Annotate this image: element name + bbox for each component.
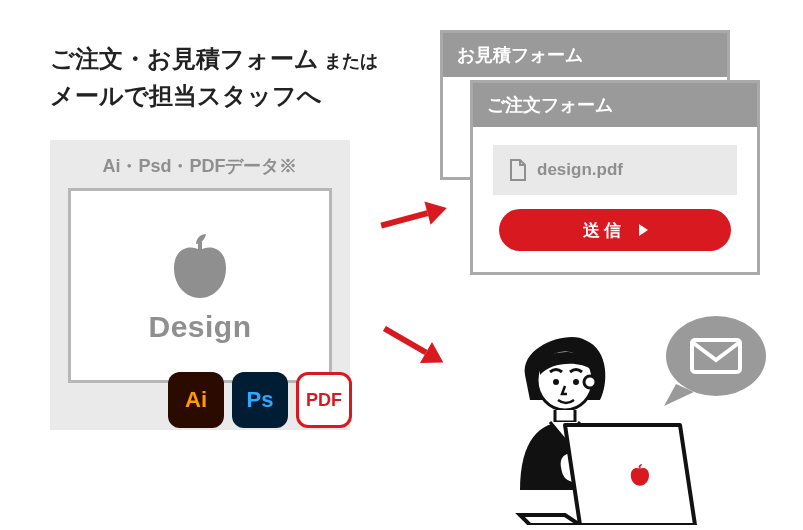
person-at-laptop-illustration	[470, 330, 700, 525]
ai-badge: Ai	[168, 372, 224, 428]
order-form-title: ご注文フォーム	[473, 83, 757, 127]
headline-line2: メールで担当スタッフへ	[50, 77, 378, 114]
ps-badge: Ps	[232, 372, 288, 428]
svg-line-3	[384, 329, 426, 353]
apple-icon	[166, 228, 234, 300]
design-panel-title: Ai・Psd・PDFデータ※	[68, 154, 332, 178]
headline: ご注文・お見積フォーム または メールで担当スタッフへ	[50, 40, 378, 114]
file-type-badges: Ai Ps PDF	[168, 372, 352, 428]
uploaded-file-chip: design.pdf	[493, 145, 737, 195]
submit-button[interactable]: 送信	[499, 209, 731, 251]
quote-form-title: お見積フォーム	[443, 33, 727, 77]
svg-point-10	[553, 379, 559, 385]
headline-line1-strong: ご注文・お見積フォーム	[50, 45, 319, 72]
svg-point-9	[584, 376, 596, 388]
uploaded-file-name: design.pdf	[537, 160, 623, 180]
submit-button-label: 送信	[583, 219, 625, 242]
play-icon	[639, 224, 648, 236]
svg-line-1	[381, 213, 427, 225]
order-form-window: ご注文フォーム design.pdf 送信	[470, 80, 760, 275]
headline-line1-sub: または	[319, 51, 378, 71]
form-windows: お見積フォーム ご注文フォーム design.pdf 送信	[440, 30, 760, 290]
svg-marker-4	[420, 342, 449, 373]
design-card-label: Design	[148, 310, 251, 344]
design-card: Design	[68, 188, 332, 383]
document-icon	[509, 159, 527, 181]
pdf-badge: PDF	[296, 372, 352, 428]
svg-point-11	[573, 379, 579, 385]
arrow-to-mail-icon	[370, 306, 456, 384]
